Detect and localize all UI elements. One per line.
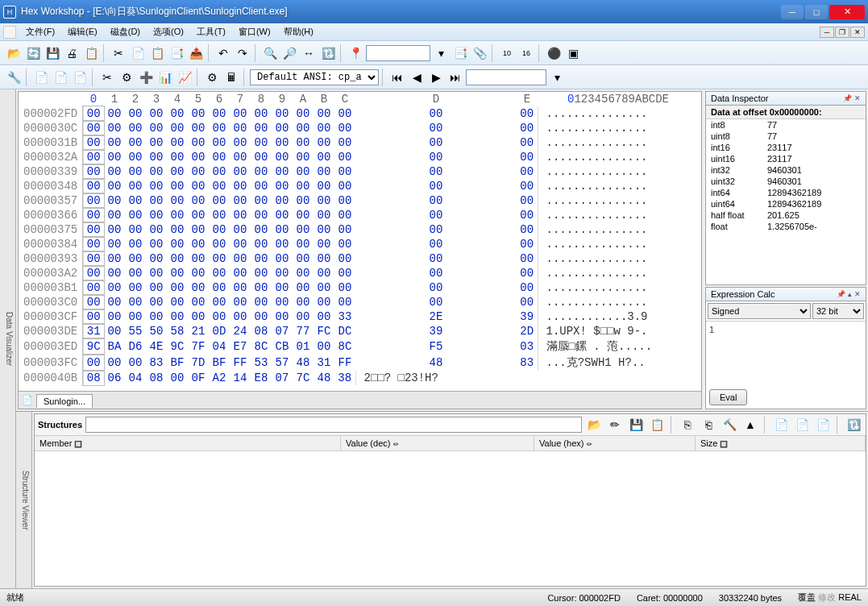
structures-combo[interactable]: [85, 417, 582, 433]
find-next-button[interactable]: 🔎: [280, 44, 298, 62]
struct-button[interactable]: 📊: [156, 68, 174, 86]
prev-button[interactable]: ◀: [408, 68, 426, 86]
open-button[interactable]: 📂: [5, 44, 23, 62]
inspector-row[interactable]: uint877: [706, 131, 866, 142]
inspector-row[interactable]: half float201.625: [706, 210, 866, 221]
chart-button[interactable]: 📈: [176, 68, 193, 86]
hex-row[interactable]: 000003DE3100555058210D24080777FCDC392D1.…: [19, 324, 699, 338]
last-button[interactable]: ⏭: [446, 68, 464, 86]
menu-window[interactable]: 窗口(W): [232, 24, 277, 39]
hex-row[interactable]: 0000040B08060408000FA214E8077C48382□□? □…: [19, 371, 699, 385]
struct-g-button[interactable]: 📄: [814, 416, 832, 434]
paste-button[interactable]: 📋: [148, 44, 166, 62]
tool1-button[interactable]: 📄: [32, 68, 50, 86]
struct-f-button[interactable]: 📄: [793, 416, 811, 434]
maximize-button[interactable]: □: [805, 5, 828, 19]
goto-button[interactable]: 📍: [347, 44, 364, 62]
minimize-button[interactable]: ─: [781, 5, 804, 19]
find-button[interactable]: 🔍: [261, 44, 279, 62]
gear2-icon[interactable]: ⚙: [203, 68, 221, 86]
expression-result[interactable]: 1: [706, 322, 866, 386]
nav-input[interactable]: [466, 69, 546, 85]
hex-row[interactable]: 00000339000000000000000000000000000000..…: [19, 164, 699, 179]
print-button[interactable]: 🖨: [63, 44, 81, 62]
mdi-close-button[interactable]: ✕: [850, 27, 865, 38]
inspector-row[interactable]: int6412894362189: [706, 187, 866, 198]
plus-button[interactable]: ➕: [137, 68, 155, 86]
replace-button[interactable]: ↔: [300, 44, 318, 62]
inspector-row[interactable]: int877: [706, 119, 866, 131]
hex-row[interactable]: 000003A2000000000000000000000000000000..…: [19, 266, 699, 280]
hex-row[interactable]: 00000348000000000000000000000000000000..…: [19, 179, 699, 193]
hex-row[interactable]: 00000393000000000000000000000000000000..…: [19, 251, 699, 266]
hex-row[interactable]: 0000031B000000000000000000000000000000..…: [19, 135, 699, 150]
bookmark2-button[interactable]: 📎: [471, 44, 488, 62]
menu-options[interactable]: 选项(O): [147, 24, 190, 39]
hex-row[interactable]: 000003B1000000000000000000000000000000..…: [19, 280, 699, 295]
data-visualizer-tab[interactable]: Data Visualizer: [0, 89, 16, 588]
nav-go-button[interactable]: ▾: [548, 68, 566, 86]
base16-button[interactable]: 16: [517, 44, 535, 62]
hex-row[interactable]: 00000375000000000000000000000000000000..…: [19, 222, 699, 237]
circle-icon[interactable]: ⚫: [545, 44, 563, 62]
refresh-button[interactable]: 🔄: [24, 44, 42, 62]
struct-refresh-button[interactable]: 🔃: [845, 416, 862, 434]
close-button[interactable]: ✕: [829, 5, 865, 19]
inspector-row[interactable]: int329460301: [706, 164, 866, 176]
struct-a-button[interactable]: ⎘: [679, 416, 696, 434]
struct-b-button[interactable]: ⎗: [700, 416, 717, 434]
base10-button[interactable]: 10: [498, 44, 516, 62]
hex-row[interactable]: 000003FC00000083BF7DBFFF53574831FF4883..…: [19, 355, 699, 371]
hex-row[interactable]: 000003ED9CBAD64E9C7F04E78CCB01008CF503滿蜃…: [19, 338, 699, 355]
struct-e-button[interactable]: 📄: [772, 416, 790, 434]
copy-button[interactable]: 📄: [129, 44, 147, 62]
redo-button[interactable]: ↷: [234, 44, 251, 62]
struct-c-button[interactable]: 🔨: [721, 416, 738, 434]
tool2-button[interactable]: 📄: [52, 68, 69, 86]
hex-editor[interactable]: 0123456789ABCDE0123456789ABCDE000002FD00…: [18, 91, 702, 409]
structure-viewer-tab[interactable]: Structure Viewer: [16, 412, 32, 588]
mdi-restore-button[interactable]: ❐: [835, 27, 849, 38]
panel-close-icon[interactable]: ✕: [854, 94, 861, 102]
undo-button[interactable]: ↶: [214, 44, 232, 62]
menu-edit[interactable]: 编辑(E): [61, 24, 104, 39]
hex-row[interactable]: 000003CF000000000000000000000000332E39..…: [19, 309, 699, 324]
menu-file[interactable]: 文件(F): [19, 24, 61, 39]
calc-button[interactable]: 🖩: [222, 68, 240, 86]
arrow-down-icon[interactable]: ▾: [432, 44, 450, 62]
menu-help[interactable]: 帮助(H): [277, 24, 320, 39]
scissors-button[interactable]: ✂: [98, 68, 116, 86]
inspector-row[interactable]: uint329460301: [706, 176, 866, 187]
eval-button[interactable]: Eval: [709, 389, 747, 405]
hex-row[interactable]: 0000032A000000000000000000000000000000..…: [19, 150, 699, 164]
menu-tools[interactable]: 工具(T): [190, 24, 232, 39]
reload-button[interactable]: 🔃: [319, 44, 337, 62]
gear-button[interactable]: ⚙: [118, 68, 135, 86]
struct-d-button[interactable]: ▲: [741, 416, 759, 434]
inspector-table[interactable]: Data at offset 0x00000000:int877uint877i…: [706, 106, 866, 232]
inspector-row[interactable]: uint1623117: [706, 153, 866, 164]
struct-del-button[interactable]: 📋: [648, 416, 666, 434]
preview-button[interactable]: 📋: [82, 44, 100, 62]
hex-row[interactable]: 00000357000000000000000000000000000000..…: [19, 193, 699, 208]
goto-input[interactable]: [366, 45, 430, 61]
bits-select[interactable]: 32 bit: [812, 303, 864, 319]
inspector-row[interactable]: int1623117: [706, 142, 866, 153]
wand-button[interactable]: 🔧: [5, 68, 23, 86]
hex-row[interactable]: 000002FD000000000000000000000000000000..…: [19, 106, 699, 121]
hex-row[interactable]: 000003C0000000000000000000000000000000..…: [19, 295, 699, 309]
chip-icon[interactable]: ▣: [564, 44, 582, 62]
hex-row[interactable]: 0000030C000000000000000000000000000000..…: [19, 121, 699, 135]
bookmark-button[interactable]: 📑: [451, 44, 469, 62]
panel-min-icon[interactable]: ▴: [848, 290, 852, 298]
encoding-select[interactable]: Default ANSI: cp_acp: [250, 69, 379, 85]
cut-button[interactable]: ✂: [110, 44, 127, 62]
struct-open-button[interactable]: 📂: [585, 416, 603, 434]
first-button[interactable]: ⏮: [388, 68, 406, 86]
pin-icon[interactable]: 📌: [837, 290, 845, 298]
panel-close-icon[interactable]: ✕: [854, 290, 861, 298]
hex-row[interactable]: 00000384000000000000000000000000000000..…: [19, 237, 699, 251]
menu-disk[interactable]: 磁盘(D): [104, 24, 147, 39]
hex-row[interactable]: 00000366000000000000000000000000000000..…: [19, 208, 699, 222]
copy2-button[interactable]: 📑: [168, 44, 185, 62]
